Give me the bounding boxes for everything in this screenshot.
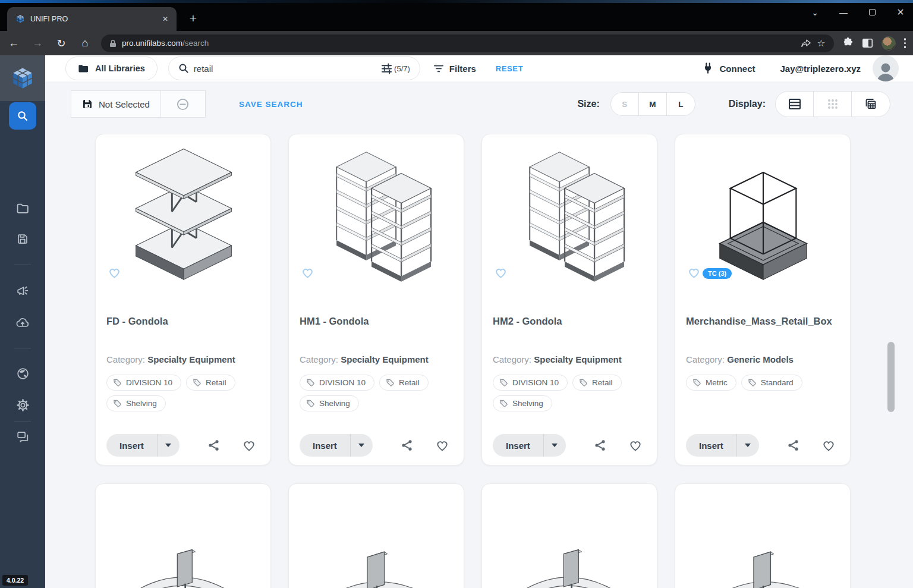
share-button[interactable]: [594, 439, 607, 452]
size-option-s[interactable]: S: [611, 93, 639, 115]
reload-button[interactable]: ↻: [51, 34, 71, 52]
insert-dropdown-button[interactable]: [350, 434, 373, 457]
tag-pill[interactable]: Shelving: [493, 395, 552, 411]
tag-pill[interactable]: Retail: [186, 375, 235, 391]
address-bar[interactable]: pro.unifilabs.com/search ☆: [101, 34, 834, 52]
page-scrollbar-thumb[interactable]: [887, 342, 895, 412]
share-button[interactable]: [401, 439, 414, 452]
save-search-button[interactable]: SAVE SEARCH: [239, 100, 303, 109]
share-button[interactable]: [207, 439, 221, 452]
sidebar-item-announcements[interactable]: [0, 284, 45, 298]
asset-title[interactable]: HM2 - Gondola: [493, 313, 646, 329]
plug-icon: [703, 62, 713, 74]
search-field[interactable]: (5/7): [168, 56, 420, 80]
tag-pill[interactable]: DIVISION 10: [493, 375, 568, 391]
result-card[interactable]: HM2 - Gondola Category: Specialty Equipm…: [481, 134, 657, 466]
result-card[interactable]: [481, 483, 657, 588]
insert-button[interactable]: Insert: [493, 434, 543, 457]
filters-button[interactable]: Filters: [433, 64, 476, 74]
extensions-puzzle-icon[interactable]: [842, 37, 854, 49]
product-image-fixture: [681, 540, 845, 588]
favorite-heart-light-icon[interactable]: [108, 266, 121, 281]
reset-button[interactable]: RESET: [496, 64, 523, 73]
tag-pill[interactable]: Shelving: [106, 395, 166, 411]
product-image-fixture: [102, 540, 266, 588]
asset-title[interactable]: HM1 - Gondola: [300, 313, 453, 329]
user-email[interactable]: Jay@triplezero.xyz: [780, 64, 861, 74]
favorite-button[interactable]: [821, 439, 836, 452]
sidebar-item-search[interactable]: [9, 102, 36, 130]
insert-dropdown-button[interactable]: [157, 434, 180, 457]
insert-dropdown-button[interactable]: [543, 434, 566, 457]
favorite-heart-light-icon[interactable]: [687, 266, 701, 281]
result-card[interactable]: [288, 483, 464, 588]
size-option-l[interactable]: L: [667, 93, 695, 115]
tag-pill[interactable]: Retail: [379, 375, 429, 391]
tag-pill[interactable]: Standard: [741, 375, 802, 391]
size-option-m[interactable]: M: [639, 93, 667, 115]
asset-title[interactable]: Merchandise_Mass_Retail_Box: [686, 313, 839, 329]
display-list-view-button[interactable]: [776, 92, 814, 117]
sidebar-item-upload[interactable]: [0, 316, 45, 330]
tag-pill[interactable]: DIVISION 10: [106, 375, 181, 391]
product-image-retail-box: [681, 140, 845, 283]
gear-icon: [16, 398, 30, 412]
insert-button[interactable]: Insert: [106, 434, 157, 457]
share-page-icon[interactable]: [801, 39, 811, 48]
deselect-button[interactable]: [160, 90, 206, 118]
search-input[interactable]: [194, 64, 376, 74]
favorite-button[interactable]: [628, 439, 643, 452]
side-panel-icon[interactable]: [862, 38, 873, 48]
favorite-button[interactable]: [435, 439, 449, 452]
favorite-heart-light-icon[interactable]: [301, 266, 314, 281]
tab-close-icon[interactable]: ✕: [160, 14, 171, 24]
folder-icon: [16, 202, 30, 215]
sidebar-item-chat[interactable]: [0, 430, 45, 444]
browser-profile-avatar[interactable]: [881, 36, 896, 51]
tag-pill[interactable]: Shelving: [300, 395, 359, 411]
back-button[interactable]: ←: [4, 34, 24, 52]
display-detail-view-button[interactable]: [852, 92, 890, 117]
sidebar-item-saved-searches[interactable]: [0, 232, 45, 246]
sidebar-item-web[interactable]: [0, 367, 45, 381]
result-card[interactable]: TC (3) Merchandise_Mass_Retail_Box Categ…: [675, 134, 851, 466]
user-avatar[interactable]: [873, 55, 899, 81]
result-card[interactable]: [675, 483, 851, 588]
tag-pill[interactable]: Retail: [572, 375, 622, 391]
insert-button[interactable]: Insert: [300, 434, 350, 457]
bookmark-star-icon[interactable]: ☆: [817, 37, 825, 49]
forward-button[interactable]: →: [27, 34, 48, 52]
favorite-heart-light-icon[interactable]: [494, 266, 508, 281]
all-libraries-button[interactable]: All Libraries: [65, 56, 158, 80]
result-card[interactable]: [95, 483, 271, 588]
share-button[interactable]: [787, 439, 800, 452]
window-minimize-button[interactable]: —: [837, 8, 850, 17]
active-filter-count[interactable]: (5/7): [381, 63, 410, 74]
display-grid-view-button[interactable]: [814, 92, 852, 117]
type-catalog-badge[interactable]: TC (3): [703, 268, 732, 279]
product-image-gondola: [102, 140, 266, 283]
new-tab-button[interactable]: +: [185, 11, 201, 26]
browser-tab[interactable]: UNIFI PRO ✕: [7, 7, 177, 31]
selection-status-button[interactable]: Not Selected: [71, 90, 160, 118]
unifi-logo: [0, 55, 45, 101]
window-maximize-button[interactable]: [865, 8, 879, 17]
asset-title[interactable]: FD - Gondola: [106, 313, 260, 329]
tag-pill[interactable]: Metric: [686, 375, 736, 391]
tag-pill[interactable]: DIVISION 10: [300, 375, 374, 391]
connect-button[interactable]: Connect: [703, 62, 755, 74]
browser-menu-icon[interactable]: [904, 38, 906, 48]
sidebar-item-settings[interactable]: [0, 398, 45, 412]
window-close-button[interactable]: ✕: [894, 7, 907, 18]
favorite-button[interactable]: [242, 439, 256, 452]
result-card[interactable]: HM1 - Gondola Category: Specialty Equipm…: [288, 134, 464, 466]
asset-category: Category: Specialty Equipment: [300, 354, 429, 364]
result-card[interactable]: FD - Gondola Category: Specialty Equipme…: [95, 134, 271, 466]
insert-button[interactable]: Insert: [686, 434, 736, 457]
window-chevron-icon[interactable]: ⌄: [808, 8, 821, 17]
unifi-favicon-icon: [15, 14, 25, 24]
sidebar-item-libraries[interactable]: [0, 202, 45, 215]
insert-dropdown-button[interactable]: [736, 434, 759, 457]
display-segmented-control: [775, 91, 890, 117]
home-button[interactable]: ⌂: [75, 34, 95, 52]
